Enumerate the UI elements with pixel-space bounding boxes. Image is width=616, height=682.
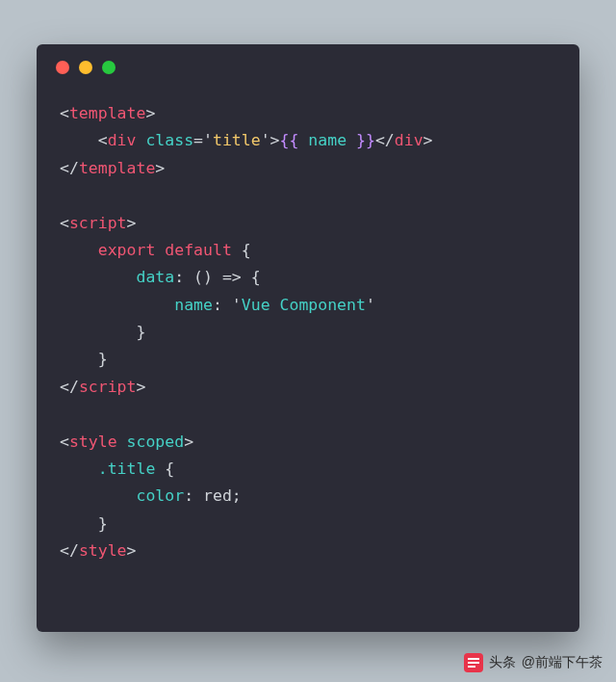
code-window: <template> <div class='title'>{{ name }}… [37,44,579,632]
code-line: data: () => { [60,268,261,286]
code-line: } [60,514,108,533]
code-line: </style> [60,541,136,560]
code-line: } [60,350,108,368]
code-line: </template> [60,159,165,177]
code-line: <script> [60,214,136,232]
code-line: export default { [60,241,251,259]
code-line: color: red; [60,486,242,505]
code-line: .title { [60,459,174,478]
titlebar [37,44,579,91]
code-line: <style scoped> [60,433,193,451]
code-block: <template> <div class='title'>{{ name }}… [37,91,579,584]
watermark: 头条 @前端下午茶 [464,653,603,672]
code-line [60,186,69,204]
svg-rect-3 [468,666,475,668]
toutiao-icon [464,653,483,672]
code-line: </script> [60,378,145,396]
close-icon [56,61,69,74]
code-line: <template> [60,104,155,122]
minimize-icon [79,61,92,74]
code-line [60,405,69,423]
code-line: } [60,323,145,341]
watermark-handle: @前端下午茶 [522,654,603,671]
code-line: name: 'Vue Component' [60,296,375,314]
svg-rect-2 [468,662,479,664]
svg-rect-1 [468,658,479,660]
code-line: <div class='title'>{{ name }}</div> [60,131,433,149]
maximize-icon [102,61,116,74]
watermark-prefix: 头条 [489,654,516,671]
